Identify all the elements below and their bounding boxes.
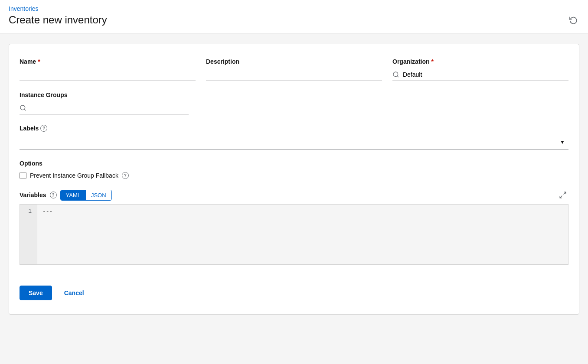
description-input[interactable] — [206, 68, 382, 81]
labels-label: Labels ? — [20, 125, 568, 132]
description-group: Description — [206, 58, 382, 81]
organization-group: Organization * — [392, 58, 568, 81]
labels-help-icon[interactable]: ? — [40, 125, 47, 132]
organization-input[interactable] — [403, 71, 568, 78]
prevent-fallback-label: Prevent Instance Group Fallback — [30, 172, 118, 179]
org-required-star: * — [431, 58, 434, 65]
options-section: Options Prevent Instance Group Fallback … — [20, 160, 568, 179]
description-label: Description — [206, 58, 382, 65]
instance-groups-search-button[interactable] — [20, 104, 30, 111]
code-content[interactable]: --- — [37, 205, 568, 264]
main-content: Name * Description Organization * — [0, 33, 588, 325]
save-button[interactable]: Save — [20, 286, 52, 300]
instance-groups-input[interactable] — [30, 104, 189, 111]
labels-select-wrapper: ▼ — [20, 135, 568, 150]
prevent-fallback-row: Prevent Instance Group Fallback ? — [20, 172, 568, 179]
expand-editor-button[interactable] — [557, 189, 568, 201]
instance-groups-row: Instance Groups — [20, 91, 568, 114]
history-button[interactable] — [567, 14, 579, 26]
name-label: Name * — [20, 58, 196, 65]
expand-icon — [559, 191, 567, 199]
top-fields-row: Name * Description Organization * — [20, 58, 568, 81]
page-header: Inventories Create new inventory — [0, 0, 588, 33]
prevent-fallback-help-icon[interactable]: ? — [122, 172, 129, 179]
options-title: Options — [20, 160, 568, 167]
variables-help-icon[interactable]: ? — [50, 192, 57, 198]
name-input[interactable] — [20, 68, 196, 81]
org-search-icon — [392, 71, 399, 78]
instance-groups-search-icon — [20, 104, 26, 111]
page-title: Create new inventory — [9, 14, 107, 26]
svg-point-2 — [20, 105, 25, 110]
prevent-fallback-checkbox[interactable] — [20, 172, 26, 179]
variables-section: Variables ? YAML JSON — [20, 189, 568, 265]
form-actions: Save Cancel — [20, 275, 568, 300]
svg-line-4 — [564, 192, 566, 194]
name-required-star: * — [38, 58, 40, 65]
svg-point-0 — [393, 72, 398, 77]
page-title-row: Create new inventory — [9, 14, 579, 26]
code-editor: 1 --- — [20, 204, 568, 265]
svg-line-1 — [397, 76, 399, 77]
breadcrumb-inventories[interactable]: Inventories — [9, 5, 38, 12]
form-card: Name * Description Organization * — [9, 44, 579, 315]
line-number-1: 1 — [28, 208, 32, 214]
org-search-button[interactable] — [392, 71, 403, 78]
cancel-button[interactable]: Cancel — [59, 286, 89, 300]
history-icon — [569, 16, 578, 24]
variables-format-toggle: YAML JSON — [60, 190, 112, 201]
line-numbers: 1 — [20, 205, 37, 264]
labels-select[interactable] — [20, 135, 568, 149]
instance-groups-label: Instance Groups — [20, 91, 568, 98]
yaml-toggle-button[interactable]: YAML — [61, 190, 86, 200]
svg-line-5 — [560, 196, 562, 198]
variables-label: Variables — [20, 192, 46, 198]
labels-row: Labels ? ▼ — [20, 125, 568, 150]
org-input-wrapper — [392, 68, 568, 81]
variables-header: Variables ? YAML JSON — [20, 189, 568, 201]
organization-label: Organization * — [392, 58, 568, 65]
variables-label-group: Variables ? YAML JSON — [20, 190, 112, 201]
svg-line-3 — [24, 109, 26, 110]
name-group: Name * — [20, 58, 196, 81]
instance-groups-input-wrapper — [20, 102, 189, 114]
json-toggle-button[interactable]: JSON — [86, 190, 111, 200]
